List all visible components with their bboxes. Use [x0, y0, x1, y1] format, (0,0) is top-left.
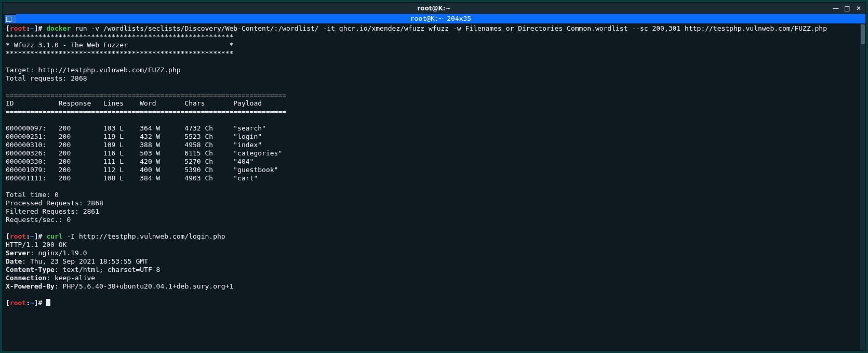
scrollbar-thumb[interactable]	[861, 24, 865, 44]
cursor	[46, 299, 50, 306]
tab-bar: root@K:~ 204x35	[3, 14, 865, 23]
window-title: root@K:~	[417, 5, 450, 12]
titlebar[interactable]: root@K:~ — □ ✕	[3, 3, 865, 14]
scrollbar[interactable]	[860, 23, 865, 350]
tab-active[interactable]: root@K:~ 204x35	[16, 14, 865, 23]
new-tab-icon[interactable]	[5, 15, 16, 23]
close-button[interactable]: ✕	[855, 5, 862, 12]
minimize-button[interactable]: —	[832, 5, 839, 12]
maximize-button[interactable]: □	[844, 5, 851, 12]
terminal-output[interactable]: [root:~]# docker run -v /wordlists/secli…	[3, 23, 860, 350]
terminal-wrap: [root:~]# docker run -v /wordlists/secli…	[3, 23, 865, 350]
window-controls: — □ ✕	[832, 5, 862, 12]
terminal-window: root@K:~ — □ ✕ root@K:~ 204x35 [root:~]#…	[2, 2, 866, 351]
